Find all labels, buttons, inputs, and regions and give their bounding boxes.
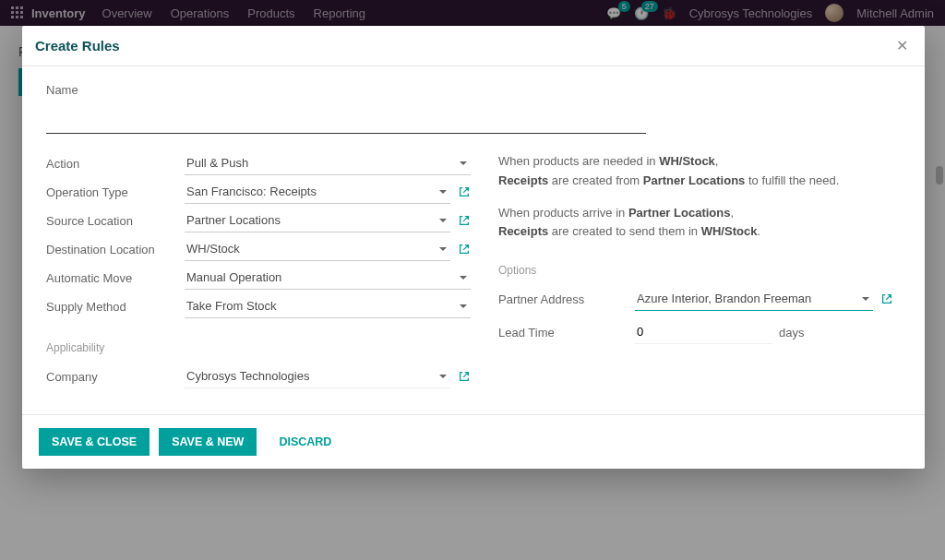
name-label: Name <box>46 83 901 97</box>
external-link-icon[interactable] <box>458 370 471 383</box>
applicability-title: Applicability <box>46 341 471 354</box>
action-label: Action <box>46 157 185 171</box>
modal-footer: SAVE & CLOSE SAVE & NEW DISCARD <box>22 414 925 469</box>
automatic-move-select[interactable]: Manual Operation <box>185 266 471 290</box>
operation-type-select[interactable]: San Francisco: Receipts <box>185 180 450 204</box>
name-input[interactable] <box>46 104 646 134</box>
destination-location-label: Destination Location <box>46 243 185 256</box>
info-text-push: When products arrive in Partner Location… <box>498 204 901 243</box>
partner-address-select[interactable]: Azure Interior, Brandon Freeman <box>635 287 873 311</box>
supply-method-label: Supply Method <box>46 300 185 314</box>
external-link-icon[interactable] <box>880 292 893 305</box>
options-title: Options <box>498 264 901 277</box>
external-link-icon[interactable] <box>458 185 471 198</box>
create-rules-modal: Create Rules ✕ Name Action Pull & Push O… <box>22 26 925 469</box>
source-location-select[interactable]: Partner Locations <box>185 209 450 232</box>
modal-header: Create Rules ✕ <box>22 26 925 66</box>
modal-title: Create Rules <box>35 38 120 54</box>
lead-time-suffix: days <box>779 326 804 340</box>
company-select[interactable]: Cybrosys Technologies <box>185 364 450 388</box>
automatic-move-label: Automatic Move <box>46 271 185 285</box>
external-link-icon[interactable] <box>458 243 471 256</box>
close-icon[interactable]: ✕ <box>896 37 908 54</box>
partner-address-label: Partner Address <box>498 292 635 306</box>
source-location-label: Source Location <box>46 214 185 228</box>
destination-location-select[interactable]: WH/Stock <box>185 237 450 261</box>
discard-button[interactable]: DISCARD <box>266 428 344 456</box>
info-text-pull: When products are needed in WH/Stock, Re… <box>498 152 901 191</box>
company-label: Company <box>46 370 185 384</box>
action-select[interactable]: Pull & Push <box>185 151 471 175</box>
external-link-icon[interactable] <box>458 214 471 227</box>
operation-type-label: Operation Type <box>46 185 185 199</box>
save-new-button[interactable]: SAVE & NEW <box>159 428 257 456</box>
save-close-button[interactable]: SAVE & CLOSE <box>39 428 150 456</box>
supply-method-select[interactable]: Take From Stock <box>185 294 471 318</box>
modal-body: Name Action Pull & Push Operation Type S… <box>22 66 925 414</box>
lead-time-label: Lead Time <box>498 326 635 340</box>
lead-time-input[interactable] <box>635 320 772 344</box>
